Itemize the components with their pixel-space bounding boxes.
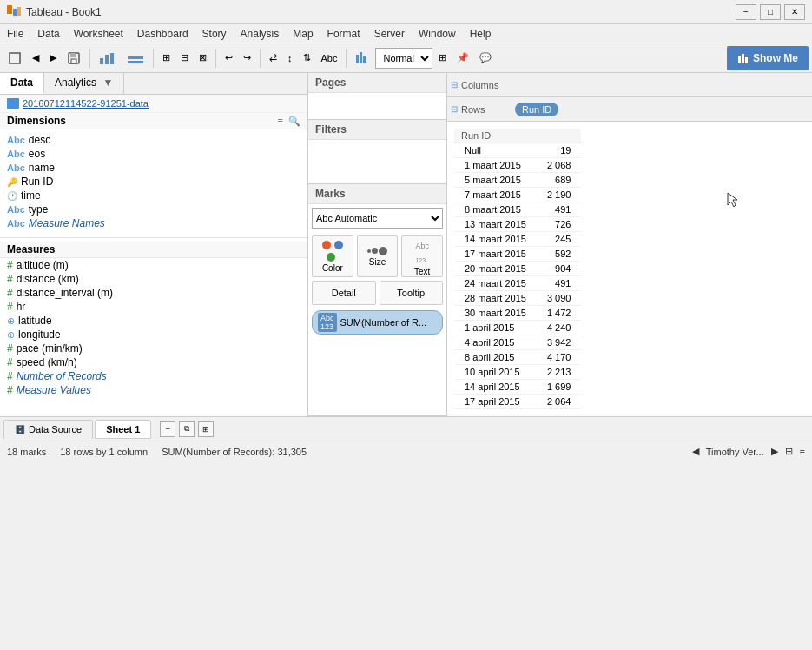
menu-bar: FileDataWorksheetDashboardStoryAnalysisM… <box>0 24 812 43</box>
toolbar-undo[interactable]: ↩ <box>221 47 237 70</box>
menu-dashboard[interactable]: Dashboard <box>130 26 195 42</box>
duplicate-sheet-icon[interactable]: ⧉ <box>179 421 195 437</box>
menu-data[interactable]: Data <box>30 26 66 42</box>
show-me-button[interactable]: Show Me <box>727 46 809 70</box>
datasource-name[interactable]: 20160712114522-91251-data <box>23 98 149 109</box>
menu-server[interactable]: Server <box>367 26 412 42</box>
marks-color-button[interactable]: Color <box>312 235 353 277</box>
field-search-icon[interactable]: 🔍 <box>288 116 300 127</box>
toolbar-charttype[interactable] <box>351 47 373 70</box>
toolbar-swap[interactable]: ⇄ <box>265 47 281 70</box>
panel-tabs: Data Analytics ▼ <box>0 73 307 95</box>
field-altitude[interactable]: # altitude (m) <box>0 258 307 272</box>
field-hr[interactable]: # hr <box>0 300 307 314</box>
field-number-records[interactable]: # Number of Records <box>0 369 307 383</box>
tab-sheet1[interactable]: Sheet 1 <box>95 420 151 439</box>
menu-format[interactable]: Format <box>320 26 367 42</box>
toolbar-layout1[interactable]: ⊞ <box>158 47 175 70</box>
field-distance[interactable]: # distance (km) <box>0 272 307 286</box>
cell-runid-17: 17 april 2015 <box>454 395 537 409</box>
field-speed[interactable]: # speed (km/h) <box>0 355 307 369</box>
marks-text-button[interactable]: Abc123 Text <box>401 235 443 277</box>
toolbar-layout2[interactable]: ⊟ <box>176 47 193 70</box>
toolbar-back[interactable]: ◀ <box>28 47 43 70</box>
cell-runid-3: 7 maart 2015 <box>454 188 537 202</box>
cell-count-2: 689 <box>537 173 582 188</box>
title-bar: Tableau - Book1 − □ ✕ <box>0 0 812 24</box>
field-pace[interactable]: # pace (min/km) <box>0 342 307 355</box>
cell-runid-16: 14 april 2015 <box>454 380 537 395</box>
svg-rect-2 <box>17 7 21 16</box>
new-sheet-icon[interactable]: + <box>160 421 175 437</box>
cell-runid-11: 30 maart 2015 <box>454 306 537 321</box>
close-button[interactable]: ✕ <box>784 4 805 20</box>
minimize-button[interactable]: − <box>736 4 756 20</box>
field-latitude[interactable]: ⊕ latitude <box>0 314 307 328</box>
field-longitude[interactable]: ⊕ longitude <box>0 328 307 342</box>
field-eos[interactable]: Abc eos <box>0 147 307 161</box>
tooltip-button[interactable]: Tooltip <box>380 281 444 305</box>
toolbar-label[interactable]: Abc <box>317 47 342 70</box>
columns-icon: ⊟ <box>451 80 458 90</box>
cell-runid-2: 5 maart 2015 <box>454 173 537 188</box>
svg-rect-0 <box>7 5 12 14</box>
menu-analysis[interactable]: Analysis <box>234 26 287 42</box>
cell-count-3: 2 190 <box>537 188 582 202</box>
toolbar-tooltip-icon[interactable]: 💬 <box>475 47 496 70</box>
detail-button[interactable]: Detail <box>312 281 376 305</box>
main-content: Data Analytics ▼ 20160712114522-91251-da… <box>0 73 812 416</box>
toolbar-redo[interactable]: ↪ <box>239 47 255 70</box>
new-dashboard-icon[interactable]: ⊞ <box>198 421 214 437</box>
cell-count-7: 592 <box>537 247 582 262</box>
field-distance-interval[interactable]: # distance_interval (m) <box>0 286 307 300</box>
menu-help[interactable]: Help <box>463 26 498 42</box>
toolbar-new[interactable] <box>3 47 26 70</box>
nav-left[interactable]: ◀ <box>692 446 699 457</box>
sum-pill[interactable]: Abc123 SUM(Number of R... <box>312 310 443 335</box>
toolbar-sort2[interactable]: ⇅ <box>299 47 315 70</box>
menu-file[interactable]: File <box>0 26 30 42</box>
toolbar-sort1[interactable]: ↕ <box>283 47 297 70</box>
toolbar-fit[interactable]: ⊞ <box>434 47 451 70</box>
svg-rect-17 <box>745 57 748 63</box>
view-select[interactable]: Normal <box>375 48 432 69</box>
maximize-button[interactable]: □ <box>760 4 781 20</box>
field-type[interactable]: Abc type <box>0 202 307 216</box>
menu-window[interactable]: Window <box>412 26 463 42</box>
nav-right[interactable]: ▶ <box>771 446 778 457</box>
field-list-icon[interactable]: ≡ <box>278 116 283 127</box>
field-time[interactable]: 🕐 time <box>0 189 307 202</box>
grid-icon[interactable]: ⊞ <box>785 446 793 457</box>
tab-analytics[interactable]: Analytics ▼ <box>44 73 124 94</box>
field-desc[interactable]: Abc desc <box>0 133 307 147</box>
dimensions-header: Dimensions <box>7 115 66 127</box>
rows-runid-pill[interactable]: Run ID <box>515 103 558 116</box>
tab-data[interactable]: Data <box>0 73 44 94</box>
menu-worksheet[interactable]: Worksheet <box>67 26 130 42</box>
field-name[interactable]: Abc name <box>0 161 307 175</box>
field-measure-values[interactable]: # Measure Values <box>0 383 307 397</box>
tab-datasource[interactable]: 🗄️ Data Source <box>3 420 93 439</box>
cell-runid-5: 13 maart 2015 <box>454 217 537 232</box>
app-icon <box>7 5 21 19</box>
list-icon[interactable]: ≡ <box>800 447 805 457</box>
rows-count: 18 rows by 1 column <box>60 447 148 457</box>
toolbar-pin[interactable]: 📌 <box>452 47 473 70</box>
toolbar-chart1[interactable] <box>95 47 121 70</box>
cell-count-4: 491 <box>537 202 582 217</box>
marks-size-button[interactable]: Size <box>357 235 399 277</box>
menu-map[interactable]: Map <box>286 26 320 42</box>
menu-story[interactable]: Story <box>195 26 234 42</box>
field-runid[interactable]: 🔑 Run ID <box>0 175 307 189</box>
field-measure-names[interactable]: Abc Measure Names <box>0 216 307 230</box>
sum-display: SUM(Number of Records): 31,305 <box>162 447 307 457</box>
panel-tab-close[interactable]: ▼ <box>102 76 113 89</box>
rows-shelf: ⊟ Rows Run ID <box>447 97 812 122</box>
toolbar-forward[interactable]: ▶ <box>45 47 61 70</box>
toolbar-layout3[interactable]: ⊠ <box>195 47 211 70</box>
cell-runid-7: 17 maart 2015 <box>454 247 537 262</box>
toolbar-save[interactable] <box>63 47 85 70</box>
toolbar-chart2[interactable] <box>122 47 149 70</box>
marks-type-select[interactable]: Abc Automatic <box>312 208 443 229</box>
cell-count-10: 3 090 <box>537 291 582 306</box>
